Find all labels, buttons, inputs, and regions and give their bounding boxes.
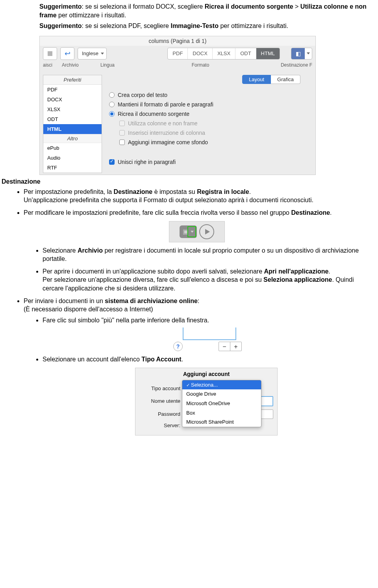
bullet-online-storage: Per inviare i documenti in un sistema di… xyxy=(24,297,370,436)
screenshot-add-account: Aggiungi account Tipo account Nome utent… xyxy=(135,368,278,435)
favorites-list[interactable]: Preferiti PDF DOCX XLSX ODT HTML Altro e… xyxy=(43,75,102,173)
dropdown-option[interactable]: Microsoft SharePoint xyxy=(182,417,261,427)
radio-recreate-source[interactable]: Ricrea il documento sorgente xyxy=(109,111,311,117)
format-pdf[interactable]: PDF xyxy=(168,48,188,59)
add-remove-buttons[interactable]: − + xyxy=(219,342,242,351)
check-cols: Utilizza colonne e non frame xyxy=(119,120,311,127)
checkbox-icon xyxy=(119,130,125,136)
subbullet-select-account: Selezionare un account dall'elenco Tipo … xyxy=(43,355,370,435)
favorites-header: Preferiti xyxy=(43,75,102,85)
destination-grey-button[interactable]: ▣ xyxy=(180,225,197,238)
dropdown-option[interactable]: Google Drive xyxy=(182,389,261,399)
radio-icon xyxy=(109,102,115,107)
dropdown-highlight xyxy=(187,226,196,237)
list-item[interactable]: XLSX xyxy=(43,104,102,114)
minus-button[interactable]: − xyxy=(219,342,230,351)
subbullet-click-plus: Fare clic sul simbolo "più" nella parte … xyxy=(43,316,370,352)
screenshot-plus-minus: ? − + xyxy=(171,327,242,351)
dialog-title: Aggiungi account xyxy=(139,370,273,381)
section-heading-destinazione: Destinazione xyxy=(2,178,370,185)
format-xlsx[interactable]: XLSX xyxy=(213,48,235,59)
language-label: Inglese xyxy=(82,50,98,56)
destination-icon: ◧ xyxy=(291,48,305,59)
list-item[interactable]: Audio xyxy=(43,153,102,163)
svg-rect-0 xyxy=(48,51,52,56)
check-merge-lines[interactable]: Unisci righe in paragrafi xyxy=(109,159,311,165)
check-bgimg[interactable]: Aggiungi immagine come sfondo xyxy=(119,139,311,145)
toolbar-labels: aisci Archivio Lingua Formato Destinazio… xyxy=(40,61,315,71)
language-select[interactable]: Inglese xyxy=(78,48,107,60)
window-title: columns (Pagina 1 di 1) xyxy=(40,36,315,46)
label-tipo: Tipo account xyxy=(139,385,180,392)
chevron-down-icon xyxy=(101,52,104,54)
label-password: Password xyxy=(139,411,180,418)
checkbox-icon-checked xyxy=(109,159,115,165)
help-icon[interactable]: ? xyxy=(173,342,183,351)
check-colbreak: Inserisci interruzione di colonna xyxy=(119,130,311,136)
layout-grafica-tabs[interactable]: Layout Grafica xyxy=(109,75,300,84)
screenshot-destination-dropdown: ▣ xyxy=(169,221,225,242)
radio-create-body[interactable]: Crea corpo del testo xyxy=(109,92,311,98)
bullet-default-dest: Per impostazione predefinita, la Destina… xyxy=(24,188,370,205)
subbullet-archivio: Selezionare Archivio per registrare i do… xyxy=(43,246,370,263)
dropdown-option[interactable]: Microsoft OneDrive xyxy=(182,399,261,408)
list-item[interactable]: RTF xyxy=(43,163,102,173)
format-segment[interactable]: PDF DOCX XLSX ODT HTML xyxy=(167,48,280,60)
tip-label: Suggerimento xyxy=(39,22,82,29)
other-header: Altro xyxy=(43,134,102,143)
tip-pdf: Suggerimento: se si seleziona PDF, scegl… xyxy=(39,22,370,30)
toolbar-icon-generic[interactable] xyxy=(43,47,57,60)
play-button[interactable] xyxy=(199,224,214,239)
radio-keep-format[interactable]: Mantieni il formato di parole e paragraf… xyxy=(109,101,311,108)
tab-layout[interactable]: Layout xyxy=(242,75,271,84)
radio-icon-selected xyxy=(109,111,115,117)
list-item[interactable]: ODT xyxy=(43,114,102,124)
label-server: Server: xyxy=(139,422,180,429)
checkbox-icon xyxy=(119,121,125,126)
back-icon[interactable]: ↩ xyxy=(60,47,74,60)
tip-label: Suggerimento xyxy=(39,3,82,10)
dropdown-option-selected[interactable]: Seleziona... xyxy=(182,380,261,390)
label-nome: Nome utente xyxy=(139,398,180,405)
radio-icon xyxy=(109,92,115,98)
screenshot-format-panel: columns (Pagina 1 di 1) ↩ Inglese PDF DO… xyxy=(39,36,370,175)
list-item[interactable]: ePub xyxy=(43,143,102,153)
list-frame xyxy=(183,327,236,340)
dropdown-option[interactable]: Box xyxy=(182,408,261,418)
checkbox-icon xyxy=(119,140,125,145)
bullet-modify-dest: Per modificare le impostazioni predefini… xyxy=(24,208,370,293)
format-html[interactable]: HTML xyxy=(256,48,280,59)
chevron-down-icon xyxy=(307,52,310,54)
subbullet-open-in-app: Per aprire i documenti in un'applicazion… xyxy=(43,267,370,293)
destination-button[interactable]: ◧ xyxy=(291,48,312,60)
tab-grafica[interactable]: Grafica xyxy=(271,75,300,84)
format-docx[interactable]: DOCX xyxy=(188,48,213,59)
account-type-dropdown[interactable]: Seleziona... Google Drive Microsoft OneD… xyxy=(182,380,261,427)
list-item-selected[interactable]: HTML xyxy=(43,124,102,134)
list-item[interactable]: PDF xyxy=(43,85,102,95)
tip-docx: Suggerimento: se si seleziona il formato… xyxy=(39,2,370,19)
format-odt[interactable]: ODT xyxy=(235,48,256,59)
plus-button[interactable]: + xyxy=(230,342,241,351)
list-item[interactable]: DOCX xyxy=(43,95,102,104)
